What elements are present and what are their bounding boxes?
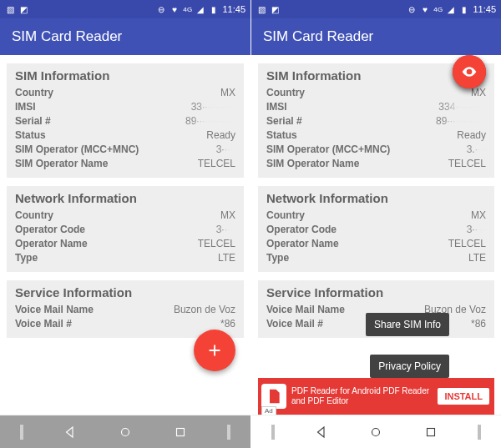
nav-back-icon[interactable]	[314, 425, 329, 440]
network-information-card: Network Information CountryMX Operator C…	[7, 186, 244, 272]
app-title: SIM Card Reader	[12, 28, 122, 45]
clock-text: 11:45	[473, 4, 496, 14]
picture-icon: ▧	[256, 4, 266, 14]
nav-edge-left	[20, 425, 23, 440]
nav-back-icon[interactable]	[63, 425, 78, 440]
svg-point-0	[121, 428, 129, 435]
nav-edge-left	[271, 425, 275, 440]
app-title: SIM Card Reader	[263, 28, 373, 45]
nav-recent-icon[interactable]	[173, 425, 188, 440]
fab-privacy-label: Privacy Policy	[370, 355, 449, 378]
heart-icon: ♥	[170, 4, 180, 14]
nav-home-icon[interactable]	[368, 425, 383, 440]
content-area: SIM Information CountryMX IMSI33········…	[0, 55, 250, 415]
fab-privacy[interactable]	[453, 55, 486, 88]
screenshot-icon: ◩	[270, 4, 280, 14]
fab-add[interactable]	[194, 330, 235, 371]
content-area: SIM Information CountryMX IMSI334·······…	[251, 55, 501, 415]
pdf-icon	[261, 384, 286, 409]
svg-rect-7	[427, 428, 434, 435]
network-information-card: Network Information CountryMX Operator C…	[258, 186, 494, 272]
svg-point-6	[372, 428, 380, 435]
fab-share-label: Share SIM Info	[366, 313, 449, 336]
picture-icon: ▧	[5, 4, 15, 14]
nav-bar	[251, 415, 501, 448]
ad-install-button[interactable]: INSTALL	[438, 388, 489, 405]
svg-point-5	[468, 70, 470, 73]
section-title: Service Information	[15, 285, 235, 300]
dnd-icon: ⊖	[407, 4, 417, 14]
heart-icon: ♥	[420, 4, 430, 14]
clock-text: 11:45	[222, 4, 245, 14]
nav-recent-icon[interactable]	[423, 425, 438, 440]
nav-home-icon[interactable]	[118, 425, 133, 440]
ad-banner[interactable]: PDF Reader for Android PDF Reader and PD…	[258, 378, 494, 415]
nav-bar	[0, 415, 250, 448]
svg-rect-1	[176, 428, 184, 435]
sim-information-card: SIM Information CountryMX IMSI33········…	[7, 63, 244, 178]
status-bar: ▧ ◩ ⊖ ♥ 4G ◢ ▮ 11:45	[251, 0, 501, 18]
phone-right: ▧ ◩ ⊖ ♥ 4G ◢ ▮ 11:45 SIM Card Reader SIM…	[250, 0, 501, 448]
ad-text: PDF Reader for Android PDF Reader and PD…	[291, 386, 438, 406]
signal-icon: ◢	[195, 4, 205, 14]
signal-icon: ◢	[446, 4, 456, 14]
service-information-card: Service Information Voice Mail NameBuzon…	[7, 280, 244, 338]
section-title: Network Information	[266, 191, 486, 205]
section-title: SIM Information	[15, 68, 235, 83]
nav-edge-right	[478, 425, 481, 440]
app-bar: SIM Card Reader	[251, 18, 501, 55]
screenshot-icon: ◩	[18, 4, 28, 14]
nav-edge-right	[227, 425, 230, 440]
app-bar: SIM Card Reader	[0, 18, 250, 55]
network-label: 4G	[433, 6, 443, 13]
network-label: 4G	[183, 6, 192, 13]
status-bar: ▧ ◩ ⊖ ♥ 4G ◢ ▮ 11:45	[0, 0, 250, 18]
section-title: Service Information	[266, 285, 486, 300]
phone-left: ▧ ◩ ⊖ ♥ 4G ◢ ▮ 11:45 SIM Card Reader SIM…	[0, 0, 250, 448]
dnd-icon: ⊖	[156, 4, 166, 14]
section-title: Network Information	[15, 191, 235, 205]
battery-icon: ▮	[459, 4, 469, 14]
battery-icon: ▮	[209, 4, 219, 14]
